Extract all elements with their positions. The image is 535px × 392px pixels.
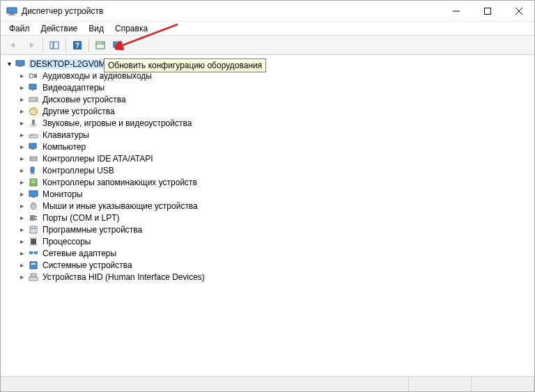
category-label: Программные устройства <box>41 225 144 235</box>
category-node[interactable]: ▸Мыши и иные указывающие устройства <box>2 200 533 212</box>
svg-rect-64 <box>31 274 36 277</box>
expand-arrow-icon[interactable]: ▸ <box>17 95 26 103</box>
category-node[interactable]: ▸Клавиатуры <box>2 129 533 141</box>
category-node[interactable]: ▸Сетевые адаптеры <box>2 247 533 259</box>
category-node[interactable]: ▸?Другие устройства <box>2 105 533 117</box>
svg-point-20 <box>29 74 33 78</box>
svg-rect-11 <box>96 42 104 49</box>
category-icon <box>28 189 39 200</box>
svg-rect-62 <box>30 262 37 269</box>
expand-arrow-icon[interactable]: ▸ <box>17 261 26 269</box>
category-node[interactable]: ▸Контроллеры IDE ATA/ATAPI <box>2 152 533 164</box>
expand-arrow-icon[interactable]: ▸ <box>17 190 26 198</box>
category-node[interactable]: ▸Контроллеры USB <box>2 164 533 176</box>
category-node[interactable]: ▸Системные устройства <box>2 259 533 271</box>
expand-arrow-icon[interactable]: ▸ <box>17 131 26 139</box>
expand-arrow-icon[interactable]: ▸ <box>17 155 26 162</box>
expand-arrow-icon[interactable]: ▸ <box>17 226 26 233</box>
tooltip: Обновить конфигурацию оборудования <box>104 58 266 72</box>
svg-rect-4 <box>484 8 490 14</box>
maximize-button[interactable] <box>472 1 503 21</box>
category-label: Контроллеры запоминающих устройств <box>41 178 199 187</box>
category-node[interactable]: ▸Компьютер <box>2 141 533 152</box>
expand-arrow-icon[interactable]: ▸ <box>17 119 26 127</box>
computer-icon <box>15 58 26 70</box>
show-hide-tree-button[interactable] <box>46 38 63 53</box>
category-node[interactable]: ▸Видеоадаптеры <box>2 81 533 93</box>
category-label: Порты (COM и LPT) <box>41 213 121 223</box>
svg-rect-1 <box>10 13 14 15</box>
expand-arrow-icon[interactable]: ▾ <box>5 60 13 68</box>
svg-line-17 <box>123 49 124 50</box>
category-icon <box>28 82 39 93</box>
menu-help[interactable]: Справка <box>111 22 152 35</box>
svg-rect-32 <box>29 143 36 148</box>
svg-rect-65 <box>29 277 38 281</box>
category-node[interactable]: ▸Аудиовходы и аудиовыходы <box>2 70 533 81</box>
category-icon <box>28 165 39 176</box>
expand-arrow-icon[interactable]: ▸ <box>17 166 26 174</box>
forward-button[interactable] <box>23 38 40 53</box>
category-icon <box>28 212 39 224</box>
svg-rect-30 <box>31 135 32 136</box>
expand-arrow-icon[interactable]: ▸ <box>17 143 26 150</box>
category-label: Дисковые устройства <box>41 95 127 104</box>
expand-arrow-icon[interactable]: ▸ <box>17 107 26 115</box>
expand-arrow-icon[interactable]: ▸ <box>17 72 26 79</box>
expand-arrow-icon[interactable]: ▸ <box>17 237 26 245</box>
category-icon <box>28 201 39 212</box>
svg-rect-44 <box>30 215 35 221</box>
menu-view[interactable]: Вид <box>84 22 108 35</box>
menu-file[interactable]: Файл <box>5 22 34 35</box>
category-node[interactable]: ▸Порты (COM и LPT) <box>2 212 533 224</box>
category-icon <box>28 130 39 141</box>
menu-action[interactable]: Действие <box>37 22 82 35</box>
category-icon <box>28 248 39 259</box>
category-node[interactable]: ▸Дисковые устройства <box>2 93 533 105</box>
category-node[interactable]: ▸Контроллеры запоминающих устройств <box>2 176 533 188</box>
help-button[interactable]: ? <box>69 38 86 53</box>
separator <box>88 38 89 52</box>
root-node[interactable]: ▾ DESKTOP-L2GV0M <box>2 58 533 70</box>
category-node[interactable]: ▸Процессоры <box>2 235 533 247</box>
svg-rect-36 <box>31 167 34 173</box>
device-manager-window: Диспетчер устройств Файл Действие Вид Сп… <box>0 0 535 392</box>
expand-arrow-icon[interactable]: ▸ <box>17 249 26 257</box>
separator <box>42 38 43 52</box>
expand-arrow-icon[interactable]: ▸ <box>17 84 26 91</box>
properties-button[interactable] <box>92 38 109 53</box>
svg-rect-8 <box>54 42 59 49</box>
svg-rect-49 <box>30 226 37 233</box>
category-label: Мыши и иные указывающие устройства <box>41 201 199 211</box>
expand-arrow-icon[interactable]: ▸ <box>17 202 26 210</box>
category-node[interactable]: ▸Мониторы <box>2 188 533 200</box>
svg-rect-29 <box>29 134 38 138</box>
expand-arrow-icon[interactable]: ▸ <box>17 273 26 281</box>
root-label: DESKTOP-L2GV0M <box>29 59 107 69</box>
expand-arrow-icon[interactable]: ▸ <box>17 178 26 186</box>
category-icon <box>28 236 39 247</box>
svg-rect-51 <box>34 228 36 229</box>
svg-rect-28 <box>32 120 35 125</box>
separator <box>65 38 66 52</box>
svg-rect-22 <box>29 84 36 89</box>
category-node[interactable]: ▸Программные устройства <box>2 224 533 235</box>
expand-arrow-icon[interactable]: ▸ <box>17 214 26 221</box>
category-icon <box>28 94 39 105</box>
svg-rect-60 <box>34 251 38 254</box>
svg-rect-50 <box>31 228 33 229</box>
close-button[interactable] <box>503 1 534 21</box>
category-icon <box>28 153 39 164</box>
category-node[interactable]: ▸Устройства HID (Human Interface Devices… <box>2 271 533 283</box>
svg-rect-63 <box>31 263 36 265</box>
svg-rect-33 <box>31 148 34 150</box>
minimize-button[interactable] <box>440 1 472 21</box>
app-icon <box>6 6 17 17</box>
device-tree[interactable]: ▾ DESKTOP-L2GV0M ▸Аудиовходы и аудиовыхо… <box>1 55 534 376</box>
svg-rect-19 <box>18 65 22 67</box>
scan-hardware-button[interactable] <box>110 38 127 53</box>
category-node[interactable]: ▸Звуковые, игровые и видеоустройства <box>2 117 533 129</box>
back-button[interactable] <box>5 38 22 53</box>
svg-text:?: ? <box>75 42 79 49</box>
category-label: Сетевые адаптеры <box>41 249 118 258</box>
